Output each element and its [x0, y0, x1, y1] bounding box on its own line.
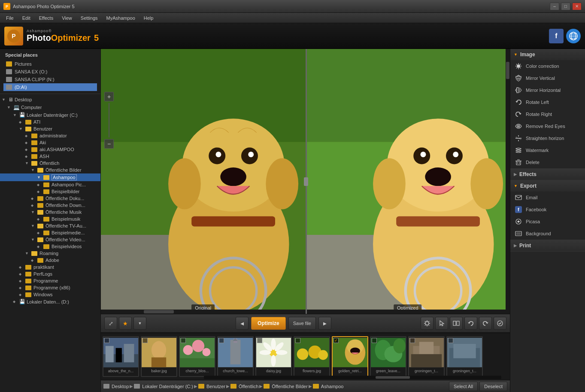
- facebook-button[interactable]: f: [549, 29, 564, 43]
- expand-button[interactable]: ⤢: [104, 317, 117, 330]
- place-sansa-ex[interactable]: SANSA EX (O:): [3, 68, 97, 76]
- tree-d-drive[interactable]: ◆ 💾 Lokaler Daten... (D:): [0, 298, 100, 305]
- menu-effects[interactable]: Effects: [35, 13, 58, 23]
- tree-beispielmedie[interactable]: ◆ Beispielmedie...: [0, 229, 100, 236]
- tree-aki[interactable]: ◆ Aki: [0, 139, 100, 146]
- close-button[interactable]: ✕: [572, 3, 582, 10]
- panel-section-export-header[interactable]: ▼ Export: [510, 180, 585, 191]
- web-button[interactable]: [566, 29, 581, 43]
- panel-item-mirror-vertical[interactable]: Mirror Vertical: [510, 72, 585, 84]
- panel-section-effects-header[interactable]: ▶ Effects: [510, 169, 585, 180]
- tree-programme-x86[interactable]: ◆ Programme (x86): [0, 284, 100, 291]
- thumb-checkbox[interactable]: [410, 338, 415, 343]
- tree-oeffentliche-video[interactable]: ▼ Öffentliche Video...: [0, 236, 100, 243]
- undo-icon[interactable]: [464, 317, 477, 330]
- tree-beispielbilder[interactable]: ◆ Beispielbilder: [0, 188, 100, 195]
- tree-programme[interactable]: ◆ Programme: [0, 277, 100, 284]
- panel-item-watermark[interactable]: Watermark: [510, 144, 585, 156]
- thumb-cherry-blos[interactable]: cherry_blos...: [179, 336, 215, 377]
- menu-help[interactable]: Help: [139, 13, 158, 23]
- bc-desktop[interactable]: Desktop: [103, 384, 129, 389]
- panel-item-mirror-horizontal[interactable]: Mirror Horizontal: [510, 84, 585, 96]
- tree-adobe[interactable]: ◆ Adobe: [0, 257, 100, 264]
- place-d-drive[interactable]: (D:A\): [3, 83, 97, 91]
- thumb-above-the-n[interactable]: above_the_n...: [103, 336, 139, 377]
- save-file-button[interactable]: Save file: [288, 317, 316, 330]
- menu-edit[interactable]: Edit: [18, 13, 35, 23]
- tree-oeffentlich[interactable]: ▼ Öffentlich: [0, 160, 100, 167]
- thumb-checkbox[interactable]: [257, 338, 262, 343]
- menu-file[interactable]: File: [2, 13, 18, 23]
- panel-item-remove-red-eyes[interactable]: Remove Red Eyes: [510, 120, 585, 132]
- select-all-button[interactable]: Select All: [449, 382, 478, 391]
- bc-c-drive[interactable]: Lokaler Datenträger (C:): [134, 384, 193, 389]
- horizontal-scrollbar[interactable]: [101, 310, 506, 314]
- compare-icon[interactable]: [450, 317, 463, 330]
- tree-ashampoo[interactable]: ▼ Ashampoo: [0, 173, 100, 181]
- tree-aki-ashampoo[interactable]: ◆ aki.ASHAMPOO: [0, 146, 100, 153]
- place-sansa-clipp[interactable]: SANSA CLIPP (N:): [3, 76, 97, 83]
- bc-benutzer[interactable]: Benutzer: [198, 384, 225, 389]
- bc-oeffentliche-bilder[interactable]: Öffentliche Bilder: [264, 384, 308, 389]
- tree-oeffentliche-down[interactable]: ◆ Öffentliche Down...: [0, 202, 100, 209]
- thumb-baker[interactable]: baker.jpg: [141, 336, 177, 377]
- tree-oeffentliche-tv[interactable]: ▼ Öffentliche TV-Au...: [0, 222, 100, 229]
- brightness-icon[interactable]: [421, 317, 433, 330]
- tree-oeffentliche-doku[interactable]: ◆ Öffentliche Doku...: [0, 195, 100, 202]
- panel-item-delete[interactable]: Delete: [510, 156, 585, 168]
- filmstrip-scroll-thumb[interactable]: [376, 376, 410, 379]
- redo-icon[interactable]: [479, 317, 492, 330]
- zoom-plus-button[interactable]: +: [104, 92, 114, 101]
- panel-item-rotate-left[interactable]: Rotate Left: [510, 96, 585, 108]
- bc-ashampoo[interactable]: Ashampoo: [313, 384, 344, 389]
- panel-item-rotate-right[interactable]: Rotate Right: [510, 108, 585, 120]
- menu-view[interactable]: View: [58, 13, 76, 23]
- vertical-scroll-thumb[interactable]: [506, 62, 509, 79]
- thumb-checkbox[interactable]: ✓: [333, 338, 339, 343]
- thumb-daisy[interactable]: daisy.jpg: [255, 336, 292, 377]
- thumb-checkbox[interactable]: [142, 338, 148, 343]
- deselect-button[interactable]: Deselect: [479, 382, 507, 391]
- next-button[interactable]: ►: [318, 317, 331, 330]
- thumb-flowers[interactable]: flowers.jpg: [294, 336, 330, 377]
- prev-button[interactable]: ◄: [236, 317, 249, 330]
- cursor-icon[interactable]: [435, 317, 448, 330]
- thumb-golden-retri[interactable]: ✓ golden_retri...: [332, 336, 368, 377]
- filmstrip-scrollbar[interactable]: [204, 376, 501, 379]
- thumb-checkbox[interactable]: [372, 338, 377, 343]
- tree-praktikant[interactable]: ◆ praktikant: [0, 264, 100, 270]
- panel-item-facebook[interactable]: f Facebook: [510, 204, 585, 216]
- tree-beispielvideos[interactable]: ◆ Beispielvideos: [0, 243, 100, 250]
- tree-oeffentliche-bilder[interactable]: ▼ Öffentliche Bilder: [0, 167, 100, 173]
- tree-benutzer[interactable]: ▼ Benutzer: [0, 125, 100, 132]
- thumb-checkbox[interactable]: [295, 338, 300, 343]
- tree-ashampoo-pic[interactable]: ◆ Ashampoo Pic...: [0, 181, 100, 188]
- panel-section-image-header[interactable]: ▼ Image: [510, 49, 585, 60]
- panel-item-straighten-horizon[interactable]: Straighten horizon: [510, 132, 585, 144]
- thumb-church-towe[interactable]: church_towe...: [217, 336, 254, 377]
- minimize-button[interactable]: –: [550, 3, 559, 10]
- tree-ash[interactable]: ◆ ASH: [0, 153, 100, 160]
- thumb-groningen-2[interactable]: groningen_t...: [446, 336, 483, 377]
- place-pictures[interactable]: Pictures: [3, 60, 97, 68]
- tree-perflogs[interactable]: ◆ PerfLogs: [0, 270, 100, 277]
- tree-desktop[interactable]: ▼ 🖥 Desktop: [0, 96, 100, 103]
- thumb-green-leave[interactable]: green_leave...: [370, 336, 406, 377]
- thumb-checkbox[interactable]: [104, 338, 109, 343]
- panel-item-email[interactable]: Email: [510, 191, 585, 204]
- horizontal-scroll-thumb[interactable]: [144, 310, 174, 313]
- restore-button[interactable]: □: [561, 3, 570, 10]
- tree-ati[interactable]: ◆ ATI: [0, 119, 100, 125]
- thumb-checkbox[interactable]: [219, 338, 224, 343]
- split-divider[interactable]: [306, 49, 307, 314]
- autofix-icon[interactable]: [494, 317, 506, 330]
- zoom-minus-button[interactable]: −: [104, 139, 114, 149]
- menu-settings[interactable]: Settings: [76, 13, 102, 23]
- tree-windows[interactable]: ◆ Windows: [0, 291, 100, 298]
- thumb-checkbox[interactable]: [448, 338, 453, 343]
- panel-item-color-correction[interactable]: Color correction: [510, 60, 585, 72]
- panel-item-picasa[interactable]: Picasa: [510, 216, 585, 228]
- tree-roaming[interactable]: ▼ Roaming: [0, 250, 100, 257]
- menu-myashampoo[interactable]: MyAshampoo: [102, 13, 139, 23]
- vertical-scrollbar[interactable]: [506, 49, 510, 314]
